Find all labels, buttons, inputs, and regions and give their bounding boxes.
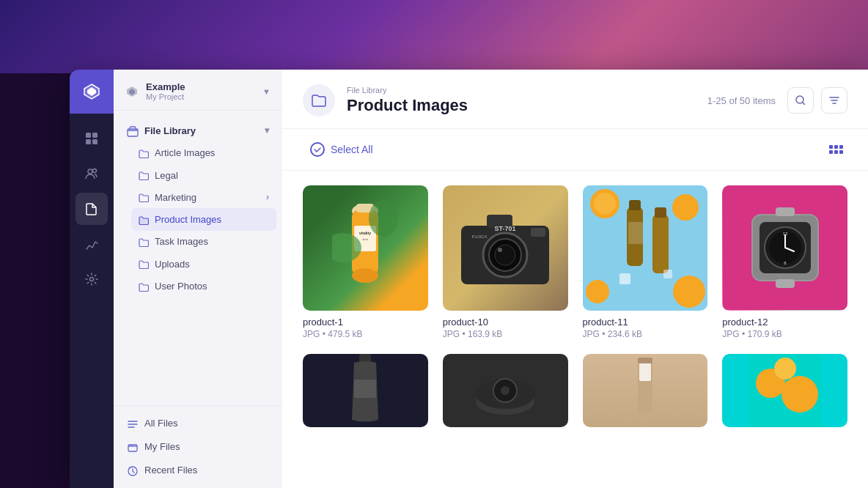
svg-rect-1 (92, 133, 98, 138)
sidebar-item-projects[interactable] (76, 122, 108, 155)
nav-item-user-photos[interactable]: User Photos (131, 275, 276, 297)
folder-icon (139, 191, 149, 203)
folder-icon (139, 213, 149, 225)
nav-item-uploads[interactable]: Uploads (131, 253, 276, 275)
project-name: Example (146, 81, 185, 92)
image-name: product-12 (722, 317, 847, 328)
project-icon (125, 84, 139, 98)
project-dropdown-icon[interactable]: ▼ (262, 87, 271, 96)
nav-bottom-section: All Files My Files (114, 405, 282, 488)
nav-item-label: Product Images (155, 214, 221, 225)
sidebar-item-analytics[interactable] (76, 228, 108, 260)
nav-item-all-files[interactable]: All Files (119, 412, 276, 435)
svg-text:12: 12 (782, 232, 787, 236)
svg-point-64 (781, 376, 818, 413)
image-thumb-product-4 (583, 354, 708, 427)
svg-point-6 (90, 278, 94, 281)
nav-tree: File Library ▾ Article Images (114, 111, 282, 405)
select-all-button[interactable]: Select All (303, 138, 380, 161)
project-subtitle: My Project (146, 92, 185, 101)
image-card-product-4[interactable] (583, 354, 708, 433)
nav-item-label: Uploads (155, 259, 190, 270)
nav-item-label: Legal (155, 170, 178, 181)
image-card-product-12[interactable]: 12 6 product-12 JPG • 170.9 kB (722, 185, 847, 339)
svg-rect-61 (638, 358, 652, 363)
nav-item-legal[interactable]: Legal (131, 164, 276, 186)
svg-point-33 (673, 276, 705, 308)
svg-text:vitality: vitality (359, 231, 371, 235)
nav-item-recent-files[interactable]: Recent Files (119, 459, 276, 482)
image-card-product-11[interactable]: product-11 JPG • 234.6 kB (583, 185, 708, 339)
nav-item-task-images[interactable]: Task Images (131, 231, 276, 253)
svg-point-4 (88, 169, 92, 174)
image-thumb-product-11 (583, 185, 708, 311)
marketing-chevron: › (266, 192, 269, 202)
recent-files-label: Recent Files (144, 465, 197, 476)
sidebar-item-users[interactable] (76, 158, 108, 190)
image-thumb-product-5 (722, 354, 847, 427)
svg-rect-26 (531, 228, 545, 237)
svg-text:ST-701: ST-701 (495, 225, 516, 232)
project-header: Example My Project ▼ (114, 70, 282, 111)
file-library-tree: Article Images Legal (131, 142, 276, 297)
grid-toggle[interactable] (825, 141, 847, 158)
sidebar-item-files[interactable] (76, 193, 108, 225)
file-library-icon (127, 125, 139, 137)
folder-icon-circle (303, 84, 335, 117)
svg-text:shot: shot (363, 237, 369, 241)
nav-item-label: User Photos (155, 281, 207, 292)
file-library-chevron: ▾ (265, 125, 269, 136)
image-card-product-5[interactable] (722, 354, 847, 433)
image-card-product-1[interactable]: vitality shot product-1 JPG • 479.5 kB (303, 185, 428, 339)
folder-icon (139, 236, 149, 248)
svg-rect-38 (652, 215, 669, 273)
header-left: File Library Product Images (303, 84, 468, 117)
image-card-product-2[interactable] (303, 354, 428, 433)
nav-item-label: Article Images (155, 147, 215, 158)
nav-item-marketing[interactable]: Marketing › (131, 186, 276, 208)
image-card-product-3[interactable] (443, 354, 568, 433)
svg-rect-60 (639, 363, 651, 381)
svg-point-19 (369, 200, 398, 237)
file-library-header[interactable]: File Library ▾ (119, 119, 276, 142)
svg-rect-41 (663, 270, 672, 278)
nav-item-label: Marketing (155, 192, 196, 203)
image-name: product-1 (303, 317, 428, 328)
image-thumb-product-2 (303, 354, 428, 427)
svg-rect-2 (86, 139, 91, 144)
folder-icon (139, 147, 149, 159)
select-all-circle (310, 142, 325, 157)
filter-button[interactable] (821, 87, 847, 114)
svg-rect-0 (86, 133, 91, 138)
image-grid-container: vitality shot product-1 JPG • 479.5 kB (282, 171, 868, 488)
folder-icon (139, 169, 149, 181)
app-logo[interactable] (70, 70, 114, 114)
toolbar: Select All (282, 129, 868, 171)
image-card-product-10[interactable]: ST-701 FUJICA product-10 JPG • 163.9 kB (443, 185, 568, 339)
item-count: 1-25 of 50 items (707, 95, 776, 106)
search-button[interactable] (787, 87, 814, 114)
nav-item-my-files[interactable]: My Files (119, 435, 276, 459)
select-all-label: Select All (331, 144, 373, 155)
page-title: Product Images (347, 96, 468, 115)
main-content: File Library Product Images 1-25 of 50 i… (282, 70, 868, 488)
svg-rect-3 (92, 139, 98, 144)
svg-point-24 (498, 248, 502, 252)
svg-rect-54 (354, 380, 376, 398)
my-files-label: My Files (144, 441, 180, 452)
svg-point-32 (672, 194, 699, 221)
svg-text:FUJICA: FUJICA (472, 234, 488, 239)
svg-point-65 (774, 358, 796, 380)
svg-point-34 (586, 280, 609, 303)
image-thumb-product-3 (443, 354, 568, 427)
svg-rect-39 (655, 207, 666, 218)
nav-item-article-images[interactable]: Article Images (131, 142, 276, 164)
image-thumb-product-1: vitality shot (303, 185, 428, 311)
grid-view-button[interactable] (825, 141, 847, 158)
breadcrumb: File Library (347, 86, 468, 95)
nav-item-product-images[interactable]: Product Images (131, 208, 276, 230)
svg-point-23 (495, 245, 515, 265)
sidebar-item-settings[interactable] (76, 263, 108, 295)
main-header: File Library Product Images 1-25 of 50 i… (282, 70, 868, 129)
icon-sidebar-items (76, 114, 108, 488)
